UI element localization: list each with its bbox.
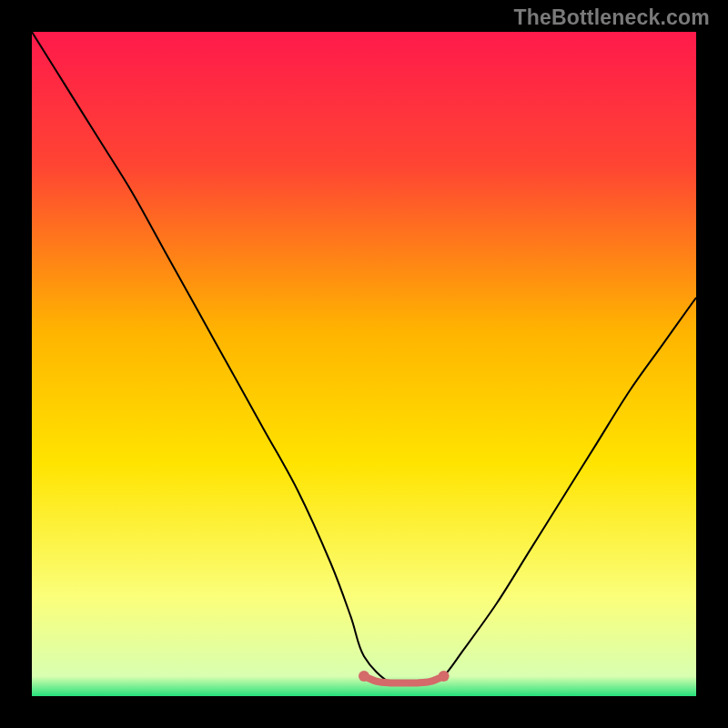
- chart-frame: TheBottleneck.com: [0, 0, 728, 728]
- highlight-dot-right: [439, 671, 450, 682]
- curve-layer: [32, 32, 696, 696]
- highlight-dot-left: [359, 671, 369, 682]
- plot-area: [32, 32, 696, 696]
- highlight-band: [364, 676, 444, 682]
- watermark-text: TheBottleneck.com: [513, 5, 710, 30]
- bottleneck-curve: [32, 32, 696, 685]
